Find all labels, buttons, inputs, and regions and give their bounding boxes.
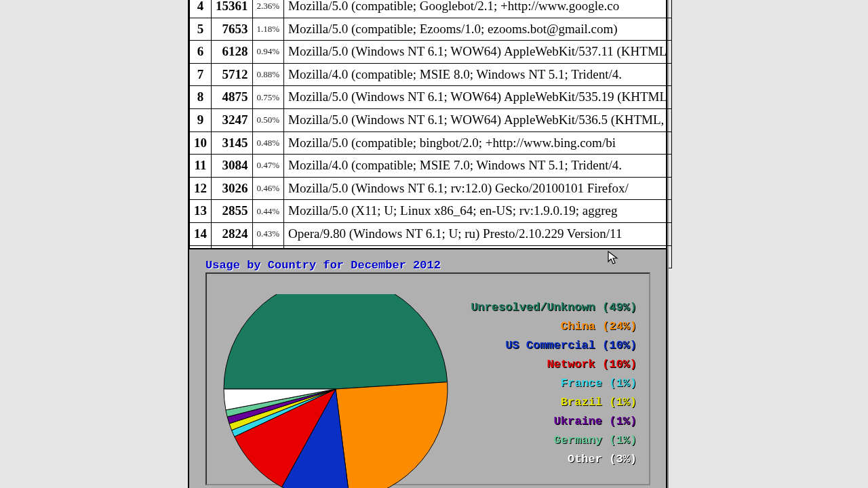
table-row: 1328550.44%Mozilla/5.0 (X11; U; Linux x8…: [190, 200, 672, 223]
chart-title: Usage by Country for December 2012: [205, 259, 441, 272]
legend-item: Ukraine (1%): [471, 412, 637, 431]
legend-item: Unresolved/Unknown (49%): [471, 298, 637, 317]
pct-cell: 0.88%: [252, 63, 284, 86]
user-agent-table-panel: 4153612.36%Mozilla/5.0 (compatible; Goog…: [188, 0, 667, 270]
pct-cell: 0.94%: [252, 41, 284, 64]
hits-cell: 3026: [212, 177, 253, 200]
country-chart-panel: Usage by Country for December 2012 Unres…: [188, 248, 667, 488]
pct-cell: 0.46%: [252, 177, 284, 200]
hits-cell: 2824: [212, 222, 253, 245]
rank-cell: 11: [190, 155, 212, 178]
legend-item: China (24%): [471, 317, 637, 336]
rank-cell: 7: [190, 63, 212, 86]
ua-cell: Mozilla/5.0 (Windows NT 6.1; WOW64) Appl…: [284, 108, 672, 131]
rank-cell: 10: [190, 131, 212, 155]
legend-item: Network (10%): [471, 355, 637, 374]
pie-slice: [224, 294, 448, 389]
table-row: 757120.88%Mozilla/4.0 (compatible; MSIE …: [190, 63, 672, 86]
pie-chart: [222, 294, 452, 488]
table-row: 1428240.43%Opera/9.80 (Windows NT 6.1; U…: [190, 222, 672, 245]
hits-cell: 3247: [212, 108, 253, 131]
hits-cell: 2855: [212, 200, 253, 223]
table-row: 1031450.48%Mozilla/5.0 (compatible; bing…: [190, 131, 672, 155]
rank-cell: 13: [190, 200, 212, 223]
rank-cell: 12: [190, 177, 212, 200]
rank-cell: 6: [190, 41, 212, 64]
rank-cell: 5: [190, 18, 212, 41]
pct-cell: 0.47%: [252, 155, 284, 178]
chart-inner: Unresolved/Unknown (49%)China (24%)US Co…: [205, 272, 650, 485]
legend-item: Other (3%): [471, 450, 637, 469]
table-row: 661280.94%Mozilla/5.0 (Windows NT 6.1; W…: [190, 41, 672, 64]
table-row: 848750.75%Mozilla/5.0 (Windows NT 6.1; W…: [190, 86, 672, 109]
table-row: 932470.50%Mozilla/5.0 (Windows NT 6.1; W…: [190, 108, 672, 131]
hits-cell: 15361: [212, 0, 253, 18]
ua-cell: Mozilla/5.0 (X11; U; Linux x86_64; en-US…: [284, 200, 672, 223]
ua-cell: Mozilla/4.0 (compatible; MSIE 7.0; Windo…: [284, 155, 672, 178]
user-agent-table: 4153612.36%Mozilla/5.0 (compatible; Goog…: [189, 0, 672, 268]
table-row: 4153612.36%Mozilla/5.0 (compatible; Goog…: [190, 0, 672, 18]
table-row: 576531.18%Mozilla/5.0 (compatible; Ezoom…: [190, 18, 672, 41]
hits-cell: 5712: [212, 63, 253, 86]
pct-cell: 0.44%: [252, 200, 284, 223]
table-row: 1230260.46%Mozilla/5.0 (Windows NT 6.1; …: [190, 177, 672, 200]
legend-item: Germany (1%): [471, 431, 637, 450]
ua-cell: Opera/9.80 (Windows NT 6.1; U; ru) Prest…: [284, 222, 672, 245]
hits-cell: 4875: [212, 86, 253, 109]
hits-cell: 7653: [212, 18, 253, 41]
ua-cell: Mozilla/5.0 (Windows NT 6.1; WOW64) Appl…: [284, 41, 672, 64]
pct-cell: 1.18%: [252, 18, 284, 41]
hits-cell: 3084: [212, 155, 253, 178]
ua-cell: Mozilla/4.0 (compatible; MSIE 8.0; Windo…: [284, 63, 672, 86]
rank-cell: 4: [190, 0, 212, 18]
rank-cell: 8: [190, 86, 212, 109]
ua-cell: Mozilla/5.0 (compatible; bingbot/2.0; +h…: [284, 131, 672, 155]
pct-cell: 0.48%: [252, 131, 284, 155]
pct-cell: 0.43%: [252, 222, 284, 245]
chart-legend: Unresolved/Unknown (49%)China (24%)US Co…: [471, 298, 637, 469]
hits-cell: 6128: [212, 41, 253, 64]
pie-slice: [336, 382, 448, 488]
ua-cell: Mozilla/5.0 (compatible; Googlebot/2.1; …: [284, 0, 672, 18]
ua-cell: Mozilla/5.0 (Windows NT 6.1; rv:12.0) Ge…: [284, 177, 672, 200]
pct-cell: 2.36%: [252, 0, 284, 18]
ua-cell: Mozilla/5.0 (Windows NT 6.1; WOW64) Appl…: [284, 86, 672, 109]
hits-cell: 3145: [212, 131, 253, 155]
legend-item: US Commercial (10%): [471, 336, 637, 355]
pct-cell: 0.50%: [252, 108, 284, 131]
legend-item: Brazil (1%): [471, 393, 637, 412]
pct-cell: 0.75%: [252, 86, 284, 109]
rank-cell: 9: [190, 108, 212, 131]
rank-cell: 14: [190, 222, 212, 245]
ua-cell: Mozilla/5.0 (compatible; Ezooms/1.0; ezo…: [284, 18, 672, 41]
table-row: 1130840.47%Mozilla/4.0 (compatible; MSIE…: [190, 155, 672, 178]
legend-item: France (1%): [471, 374, 637, 393]
